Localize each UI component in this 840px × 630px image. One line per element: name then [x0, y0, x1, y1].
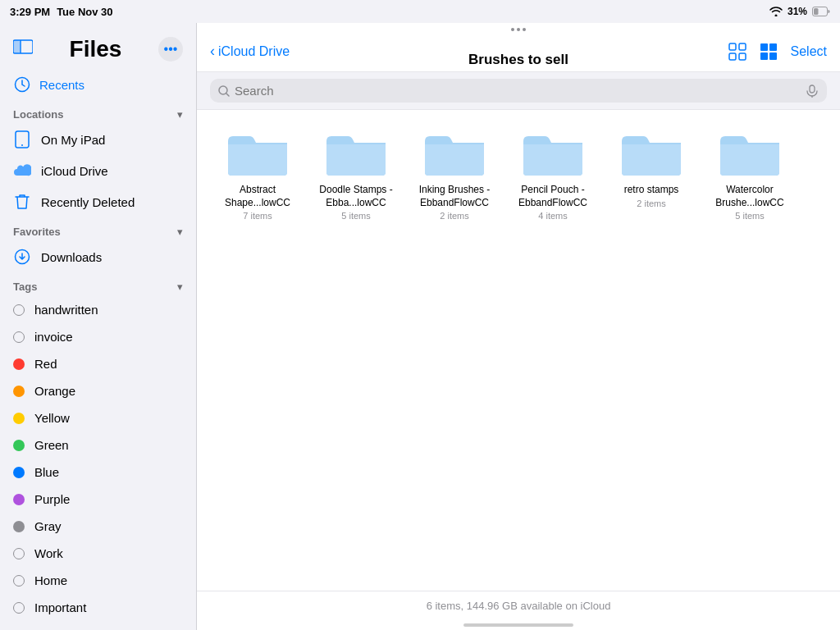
sidebar-item-blue[interactable]: Blue [0, 459, 196, 486]
folder-item-inking-brushes[interactable]: Inking Brushes - EbbandFlowCC 2 items [413, 126, 495, 221]
folder-icon [520, 126, 586, 179]
folder-icon [225, 126, 290, 179]
favorites-label: Favorites [13, 226, 61, 238]
content-footer: 6 items, 144.96 GB available on iCloud [197, 591, 840, 620]
tags-chevron[interactable]: ▾ [177, 281, 183, 293]
svg-rect-9 [729, 43, 736, 50]
sidebar-item-purple[interactable]: Purple [0, 486, 196, 513]
select-label: Select [791, 44, 827, 59]
sidebar-item-recently-deleted[interactable]: Recently Deleted [0, 186, 196, 217]
search-icon [218, 85, 230, 97]
sidebar-item-on-my-ipad[interactable]: On My iPad [0, 124, 196, 155]
view-photo-button[interactable] [728, 43, 746, 61]
svg-rect-18 [810, 85, 815, 93]
microphone-icon[interactable] [806, 84, 819, 98]
sidebar-item-red[interactable]: Red [0, 350, 196, 377]
footer-info: 6 items, 144.96 GB available on iCloud [427, 600, 611, 612]
folder-count: 5 items [735, 211, 764, 221]
work-label: Work [34, 546, 63, 560]
sidebar-item-handwritten[interactable]: handwritten [0, 296, 196, 323]
status-time: 3:29 PM [10, 6, 50, 18]
folder-item-retro-stamps[interactable]: retro stamps 2 items [610, 126, 692, 221]
yellow-dot [13, 413, 25, 424]
sidebar-item-downloads[interactable]: Downloads [0, 241, 196, 272]
top-dots-menu [197, 23, 840, 31]
folder-grid-area: Abstract Shape...lowCC 7 items Doodle St… [197, 110, 840, 591]
sidebar-item-yellow[interactable]: Yellow [0, 404, 196, 431]
sidebar-item-important[interactable]: Important [0, 594, 196, 621]
folder-count: 5 items [341, 211, 370, 221]
svg-rect-15 [760, 52, 768, 60]
important-label: Important [34, 600, 86, 614]
work-dot [13, 548, 25, 559]
battery-icon [812, 7, 830, 16]
on-my-ipad-label: On My iPad [41, 133, 105, 147]
locations-label: Locations [13, 108, 63, 121]
svg-rect-10 [739, 43, 746, 50]
folder-count: 4 items [538, 211, 567, 221]
grid-icon [760, 43, 778, 61]
folder-count: 7 items [243, 211, 272, 221]
folder-icon [323, 126, 389, 179]
status-bar: 3:29 PM Tue Nov 30 31% [0, 0, 840, 23]
folder-name: Doodle Stamps - Ebba...lowCC [315, 184, 397, 209]
folder-item-pencil-pouch[interactable]: Pencil Pouch - EbbandFlowCC 4 items [512, 126, 594, 221]
sidebar-item-recents[interactable]: Recents [0, 69, 196, 100]
folder-item-doodle-stamps[interactable]: Doodle Stamps - Ebba...lowCC 5 items [315, 126, 397, 221]
sidebar-item-invoice[interactable]: invoice [0, 323, 196, 350]
tags-label: Tags [13, 281, 37, 293]
icloud-icon [13, 162, 31, 180]
locations-chevron[interactable]: ▾ [177, 108, 183, 121]
home-dot [13, 575, 25, 587]
sidebar-toggle-icon[interactable] [13, 39, 33, 60]
folder-item-watercolor-brushes[interactable]: Watercolor Brushe...lowCC 5 items [709, 126, 791, 221]
sidebar: Files ••• Recents Locations ▾ [0, 23, 197, 630]
search-input[interactable] [235, 84, 801, 98]
svg-rect-11 [729, 53, 736, 60]
favorites-chevron[interactable]: ▾ [177, 226, 183, 238]
more-options-button[interactable]: ••• [158, 37, 183, 62]
photo-grid-icon [728, 43, 746, 61]
favorites-section-header: Favorites ▾ [0, 217, 196, 241]
status-right: 31% [769, 6, 830, 17]
locations-section-header: Locations ▾ [0, 100, 196, 124]
sidebar-item-work[interactable]: Work [0, 540, 196, 567]
icloud-drive-label: iCloud Drive [41, 164, 108, 178]
important-dot [13, 602, 25, 614]
svg-rect-12 [739, 53, 746, 60]
sidebar-item-gray[interactable]: Gray [0, 513, 196, 540]
sidebar-item-orange[interactable]: Orange [0, 377, 196, 404]
ellipsis-icon: ••• [164, 42, 178, 57]
content-header: ‹ iCloud Drive Brushes to sell [197, 31, 840, 72]
orange-dot [13, 386, 25, 397]
sidebar-item-home[interactable]: Home [0, 567, 196, 594]
folder-name: Watercolor Brushe...lowCC [709, 184, 791, 209]
purple-dot [13, 494, 25, 505]
folder-icon [619, 126, 684, 179]
grid-view-button[interactable] [760, 43, 778, 61]
breadcrumb-back[interactable]: ‹ iCloud Drive [210, 43, 290, 60]
folder-name: Abstract Shape...lowCC [217, 184, 299, 209]
svg-point-7 [21, 144, 23, 146]
home-indicator [197, 620, 840, 630]
svg-rect-16 [769, 52, 777, 60]
red-label: Red [34, 357, 57, 371]
green-dot [13, 440, 25, 451]
sidebar-item-green[interactable]: Green [0, 431, 196, 459]
sidebar-item-icloud-drive[interactable]: iCloud Drive [0, 155, 196, 186]
folder-count: 2 items [440, 211, 468, 221]
gray-dot [13, 521, 25, 532]
main-layout: Files ••• Recents Locations ▾ [0, 23, 840, 630]
content-area: ‹ iCloud Drive Brushes to sell [197, 23, 840, 630]
blue-dot [13, 467, 25, 478]
invoice-label: invoice [34, 330, 73, 344]
folder-name: Pencil Pouch - EbbandFlowCC [512, 184, 594, 209]
home-label: Home [34, 573, 67, 587]
folder-name: Inking Brushes - EbbandFlowCC [413, 184, 495, 209]
folder-item-abstract-shapes[interactable]: Abstract Shape...lowCC 7 items [217, 126, 299, 221]
wifi-icon [769, 7, 783, 16]
downloads-icon [13, 248, 31, 266]
select-button[interactable]: Select [791, 44, 827, 59]
orange-label: Orange [34, 384, 75, 398]
tags-section-header: Tags ▾ [0, 272, 196, 296]
